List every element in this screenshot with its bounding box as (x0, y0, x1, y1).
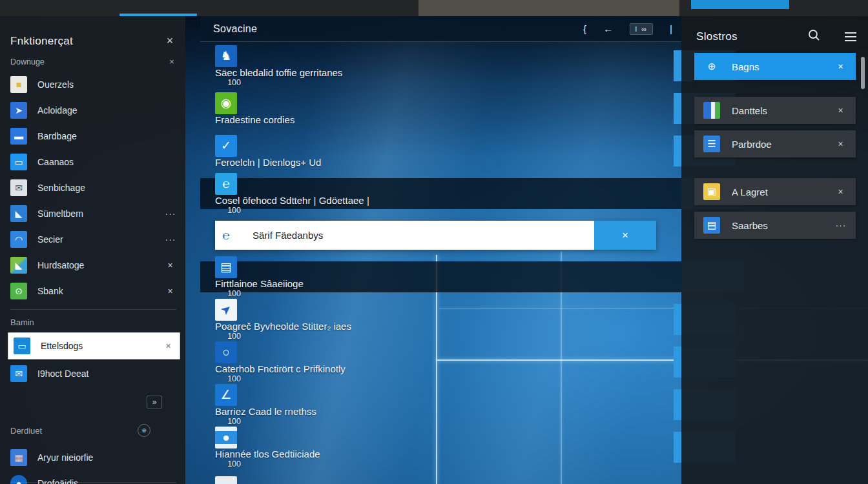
list-row[interactable]: ∠ Barriez Caad le rnethss 100 (215, 389, 674, 420)
sidebar-item[interactable]: ✉ I9hoct Deeat (10, 361, 176, 387)
sidebar-item[interactable]: ▬ Bardbage (10, 123, 176, 149)
list-row[interactable]: ○ Caterhob Fnctirört c Prifkinotly 100 (215, 347, 674, 378)
card-icon: ⊕ (703, 58, 720, 75)
row-app-icon-glyph: ℮ (222, 228, 229, 243)
right-sidebar: Slostros ⊕ Bagns × Danttels × (681, 16, 868, 484)
main-row-list: ♞ Säec bledalid toffie gerritanes 100 ◉ … (215, 50, 674, 474)
list-row[interactable]: ℮ Cosel ôfehocd Sdttehr | Gdöettaee | 10… (200, 178, 681, 209)
right-panel-title: Slostros (696, 30, 808, 43)
row-label: Barriez Caad le rnethss (215, 406, 316, 417)
row-app-icon: ○ (215, 341, 237, 363)
app-icon-glyph: ◣ (16, 208, 23, 219)
app-icon-glyph: ▭ (17, 341, 26, 351)
card-icon-glyph: ⊕ (708, 61, 716, 72)
app-icon-glyph: ➤ (15, 105, 23, 116)
sidebar-item-label: Senbichage (37, 183, 154, 193)
card-action-icon[interactable]: × (835, 187, 847, 197)
app-icon: ■ (10, 76, 27, 93)
sidebar-item[interactable]: ⊙ Sbank × (10, 278, 176, 304)
item-action-icon[interactable]: × (163, 341, 174, 351)
row-close-button[interactable]: × (594, 221, 656, 250)
list-row[interactable]: ◉ Fradestine cordies (215, 93, 674, 124)
row-app-icon: ♞ (215, 45, 237, 67)
right-card[interactable]: Danttels × (694, 97, 856, 124)
expand-chevron-icon[interactable]: » (147, 396, 162, 408)
app-icon-glyph: ■ (16, 79, 21, 90)
row-value: 100 (215, 78, 241, 87)
list-row[interactable]: ➤ Poagreč Byvheolde Stitter₂ iaes 100 (215, 304, 674, 335)
item-action-icon[interactable]: × (165, 260, 176, 270)
main-panel-header: Sovacine { ← Ι ∞ | (200, 16, 681, 42)
card-action-icon[interactable]: × (835, 61, 847, 72)
card-action-icon[interactable]: × (835, 139, 847, 149)
row-label: Poagreč Byvheolde Stitter₂ iaes (215, 321, 351, 332)
app-icon: ▦ (10, 449, 27, 466)
app-window: Fnktionerçat × Downuge × ■ Ouerzels ➤ Ac… (0, 0, 868, 484)
row-app-icon: ◉ (215, 92, 237, 114)
list-row[interactable]: ▤ Firttlainoe Sâaeiioge 100 (200, 261, 681, 292)
sidebar-item[interactable]: ◠ Secier ··· (10, 227, 176, 252)
right-card[interactable]: ⊕ Bagns × (694, 53, 856, 80)
left-panel-title: Fnktionerçat (10, 35, 163, 48)
sidebar-item-label: Caanaos (37, 157, 154, 167)
item-action-icon[interactable]: ··· (165, 208, 176, 219)
app-icon-glyph: ⊙ (15, 286, 23, 296)
row-app-icon: ∠ (215, 384, 237, 406)
highlighted-tab[interactable] (691, 0, 789, 9)
right-card[interactable]: ▤ Saarbes ··· (694, 212, 856, 239)
app-icon: ➤ (10, 102, 27, 119)
left-sidebar: Fnktionerçat × Downuge × ■ Ouerzels ➤ Ac… (0, 16, 185, 484)
sidebar-item[interactable]: ◣ Sümeltbem ··· (10, 201, 176, 227)
list-row[interactable]: ● Hiannée tlos Gedtiiciade 100 (215, 432, 674, 463)
sidebar-item[interactable]: ▭ Ettelsdogs × (8, 332, 180, 359)
list-row[interactable]: ♞ Säec bledalid toffie gerritanes 100 (215, 50, 674, 81)
view-toggle-button[interactable]: Ι ∞ (630, 23, 653, 35)
sidebar-item[interactable]: ✉ Senbichage (10, 175, 176, 201)
row-app-icon-glyph: ▤ (220, 259, 232, 274)
close-icon[interactable]: × (167, 57, 176, 66)
card-action-icon[interactable]: ··· (835, 220, 847, 230)
row-label: Fradestine cordies (215, 114, 294, 125)
app-icon-glyph: ◣ (16, 260, 23, 270)
sidebar-item[interactable]: ➤ Acloidage (10, 97, 176, 123)
divider (10, 482, 176, 483)
app-icon-glyph: ◠ (15, 234, 23, 245)
card-action-icon[interactable]: × (835, 105, 847, 116)
card-label: Danttels (732, 105, 835, 116)
right-card[interactable]: ☰ Parbrdoe × (694, 130, 856, 157)
bracket-icon[interactable]: { (583, 23, 586, 34)
search-icon[interactable] (808, 29, 820, 44)
list-row[interactable]: ✓ Feroelcln | Dienlogs+ Ud (215, 136, 674, 166)
card-icon: ▣ (703, 183, 720, 200)
row-app-icon-glyph: ◉ (221, 96, 232, 110)
sidebar-item[interactable]: ▦ Aryur nieiorfie (10, 445, 176, 470)
row-label: Säec bledalid toffie gerritanes (215, 67, 342, 78)
sidebar-item-label: Ettelsdogs (41, 341, 152, 351)
row-value: 100 (215, 374, 241, 383)
left-item-list-derdiuet: ▦ Aryur nieiorfie ● Drofoäidis (10, 445, 176, 484)
item-action-icon[interactable]: ··· (165, 234, 176, 245)
sidebar-item[interactable]: ▭ Caanaos (10, 149, 176, 175)
sidebar-item-label: Secier (37, 234, 154, 245)
sidebar-item[interactable]: ■ Ouerzels (10, 72, 176, 97)
app-icon-glyph: ✉ (15, 183, 23, 193)
app-icon-glyph: ▦ (14, 452, 23, 463)
card-icon-glyph: ▤ (707, 219, 716, 231)
back-arrow-icon[interactable]: ← (603, 23, 613, 34)
scrollbar-thumb[interactable] (861, 57, 865, 89)
section-heading: Bamin (10, 318, 176, 327)
row-label: Cosel ôfehocd Sdttehr | Gdöettaee | (215, 195, 369, 206)
item-action-icon[interactable]: × (165, 286, 176, 296)
sidebar-item-label: Ouerzels (37, 79, 154, 90)
list-row[interactable]: ℮ Särif Fäedanbys × (215, 221, 656, 250)
section-badge-icon[interactable]: ⊕ (138, 424, 150, 437)
card-icon (703, 102, 720, 119)
right-card[interactable]: ▣ A Lagret × (694, 178, 856, 205)
sidebar-item[interactable]: ◣ Hurdsatoge × (10, 252, 176, 278)
menu-icon[interactable] (845, 32, 856, 41)
address-bar-region[interactable] (418, 0, 679, 16)
row-app-icon: ▤ (215, 256, 237, 278)
row-app-icon-glyph: ♞ (220, 48, 231, 63)
divider-bar-icon: | (670, 23, 672, 34)
close-icon[interactable]: × (163, 34, 176, 48)
